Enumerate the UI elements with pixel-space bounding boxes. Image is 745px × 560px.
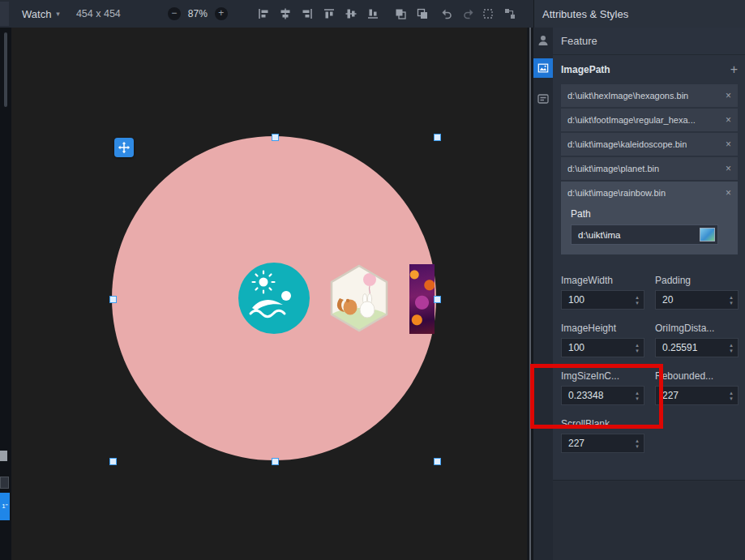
spinner-down-icon[interactable]: ▾ (730, 348, 733, 353)
align-horizontal-group (257, 7, 314, 20)
feature-section-header[interactable]: Feature (553, 28, 745, 55)
path-sub-label: Path (571, 208, 738, 220)
canvas-scrollbar-thumb[interactable] (529, 28, 531, 560)
img-size-in-c-spinner[interactable]: ▴▾ (632, 387, 642, 404)
path-list-item[interactable]: d:\uikt\image\planet.bin × (561, 157, 738, 180)
spinner-up-icon[interactable]: ▴ (636, 342, 639, 348)
panel-bottom-area (553, 481, 745, 560)
selection-handle[interactable] (434, 134, 441, 141)
align-left-icon[interactable] (257, 7, 270, 20)
scroll-blank-label: ScrollBlank... (561, 418, 618, 430)
spinner-up-icon[interactable]: ▴ (636, 438, 639, 443)
path-list-item[interactable]: d:\uikt\image\kaleidoscope.bin × (561, 133, 738, 156)
watch-dropdown[interactable]: Watch ▾ (22, 8, 60, 20)
image-icon (537, 62, 549, 74)
path-list-item[interactable]: d:\uikt\footImage\regular_hexa... × (561, 109, 738, 131)
spinner-down-icon[interactable]: ▾ (730, 300, 733, 306)
path-edit-field (571, 224, 718, 245)
left-strip-tab-active[interactable]: 1" (0, 493, 10, 520)
path-list-item[interactable]: d:\uikt\hexImage\hexagons.bin × (561, 84, 738, 107)
path-text: d:\uikt\footImage\regular_hexa... (567, 115, 696, 125)
remove-path-icon[interactable]: × (726, 163, 731, 174)
canvas-scrollbar[interactable] (527, 28, 533, 560)
app-window: Watch ▾ 454 x 454 − 87% + (0, 0, 745, 560)
left-scrollbar-thumb[interactable] (4, 32, 7, 107)
align-top-icon[interactable] (323, 7, 336, 20)
selection-handle[interactable] (109, 458, 117, 465)
chevron-down-icon: ▾ (56, 10, 60, 18)
spinner-down-icon[interactable]: ▾ (636, 443, 639, 449)
imagepath-list: d:\uikt\hexImage\hexagons.bin × d:\uikt\… (561, 84, 738, 256)
spinner-up-icon[interactable]: ▴ (730, 294, 733, 300)
ori-img-distance-spinner[interactable]: ▴▾ (726, 340, 736, 356)
imagepath-header: ImagePath + (561, 60, 738, 79)
send-backward-icon[interactable] (416, 7, 429, 20)
zoom-in-button[interactable]: + (215, 7, 228, 20)
remove-path-icon[interactable]: × (726, 139, 731, 150)
corner-tab[interactable] (0, 2, 9, 26)
zoom-level: 87% (188, 8, 208, 19)
remove-path-icon[interactable]: × (726, 90, 731, 101)
left-strip-tab-1[interactable] (0, 451, 7, 461)
add-path-button[interactable]: + (730, 63, 738, 76)
align-middle-vertical-icon[interactable] (345, 7, 358, 20)
img-size-in-c-label: ImgSizeInC... (561, 370, 619, 382)
list-tab[interactable] (537, 92, 550, 105)
kaleidoscope-image[interactable] (409, 264, 435, 334)
user-tab[interactable] (537, 34, 550, 47)
remove-path-icon[interactable]: × (726, 187, 731, 199)
undo-icon[interactable] (440, 7, 453, 20)
panel-title: Attributes & Styles (542, 8, 628, 20)
scroll-blank-field: ▴▾ (561, 434, 644, 453)
align-center-horizontal-icon[interactable] (279, 7, 292, 20)
selection-handle[interactable] (272, 458, 279, 465)
path-input[interactable] (571, 224, 718, 245)
panel-header: Attributes & Styles (533, 0, 745, 28)
padding-field: ▴▾ (655, 290, 739, 310)
remove-path-icon[interactable]: × (726, 114, 731, 126)
misc-tools-group (482, 7, 516, 20)
path-list-item[interactable]: d:\uikt\image\rainbow.bin × (561, 182, 738, 204)
spinner-up-icon[interactable]: ▴ (636, 390, 639, 395)
padding-label: Padding (655, 275, 691, 286)
path-text: d:\uikt\image\planet.bin (567, 164, 659, 173)
padding-spinner[interactable]: ▴▾ (726, 292, 736, 308)
spinner-up-icon[interactable]: ▴ (636, 294, 639, 300)
move-handle[interactable] (114, 138, 134, 157)
selection-handle[interactable] (272, 134, 279, 141)
image-height-spinner[interactable]: ▴▾ (632, 340, 642, 356)
image-thumbnail[interactable] (700, 228, 715, 242)
path-text: d:\uikt\image\kaleidoscope.bin (567, 139, 687, 149)
img-size-in-c-field: ▴▾ (561, 386, 644, 405)
zoom-out-button[interactable]: − (168, 7, 181, 20)
swim-badge-image[interactable] (238, 263, 310, 334)
design-canvas[interactable] (11, 28, 527, 560)
align-bottom-icon[interactable] (366, 7, 379, 20)
bring-forward-icon[interactable] (394, 7, 407, 20)
rebounded-spinner[interactable]: ▴▾ (726, 387, 736, 404)
spinner-up-icon[interactable]: ▴ (730, 342, 733, 348)
spinner-down-icon[interactable]: ▾ (636, 348, 639, 353)
image-width-spinner[interactable]: ▴▾ (632, 292, 642, 308)
selection-handle[interactable] (109, 296, 117, 303)
align-right-icon[interactable] (301, 7, 314, 20)
selection-handle[interactable] (434, 296, 441, 303)
hexagon-image[interactable] (329, 264, 389, 332)
hexagon-cartoon-icon (329, 264, 389, 332)
image-tab-active[interactable] (533, 58, 553, 78)
toolbar: Watch ▾ 454 x 454 − 87% + (0, 0, 745, 28)
group-icon[interactable] (503, 7, 516, 20)
spinner-down-icon[interactable]: ▾ (730, 395, 733, 401)
selection-handle[interactable] (434, 458, 441, 465)
panel-icon-strip (533, 28, 554, 560)
redo-icon[interactable] (462, 7, 475, 20)
imagepath-label: ImagePath (561, 64, 610, 75)
spinner-down-icon[interactable]: ▾ (636, 300, 639, 306)
image-height-field: ▴▾ (561, 338, 644, 357)
scroll-blank-spinner[interactable]: ▴▾ (632, 435, 642, 451)
marquee-icon[interactable] (482, 7, 495, 20)
image-width-field: ▴▾ (561, 290, 644, 310)
spinner-up-icon[interactable]: ▴ (730, 390, 733, 395)
left-strip-tab-2[interactable] (0, 477, 9, 489)
spinner-down-icon[interactable]: ▾ (636, 395, 639, 401)
